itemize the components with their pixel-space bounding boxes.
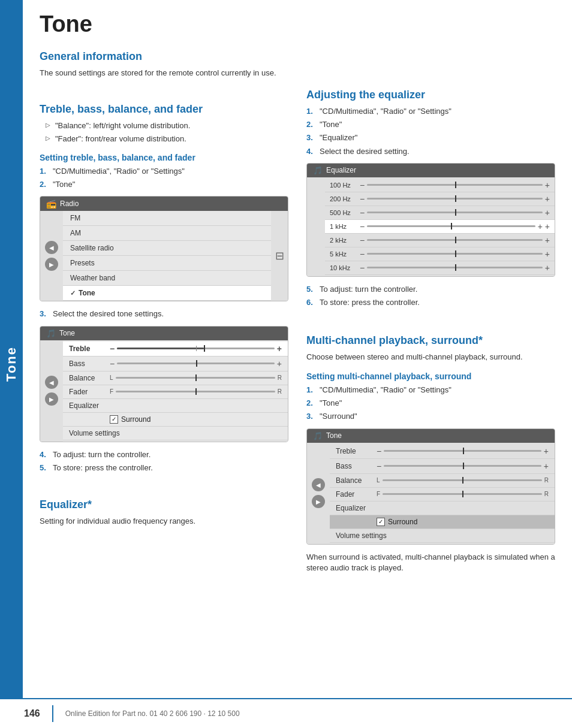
- tone-balance-row: Balance L R: [63, 371, 288, 385]
- tone-steps-continued: 3. Select the desired tone settings.: [40, 309, 288, 319]
- surround-nav-left-btn[interactable]: ◀: [312, 478, 325, 491]
- tone-treble-row: Treble − +: [63, 342, 288, 357]
- eq-200hz: 200 Hz − +: [325, 192, 555, 206]
- tone-last-steps: 4. To adjust: turn the controller. 5. To…: [40, 449, 288, 473]
- footer-page-number: 146: [24, 708, 40, 719]
- eq-10khz: 10 kHz − +: [325, 261, 555, 275]
- tone-screen: 🎵 Tone ◀ ▶ Treble −: [40, 326, 288, 442]
- bullet-fader: "Fader": front/rear volume distribution.: [46, 134, 288, 144]
- radio-menu: FM AM Satellite radio Presets Weather ba…: [63, 211, 271, 301]
- adj-step-3: 3. "Equalizer": [306, 132, 555, 143]
- tone-fader-label: Fader: [69, 388, 110, 396]
- menu-presets: Presets: [63, 256, 271, 271]
- surround-screen-header: 🎵 Tone: [307, 429, 555, 443]
- tone-equalizer-label: Equalizer: [69, 401, 110, 410]
- tone-equalizer-row: Equalizer: [63, 399, 288, 413]
- setting-treble-steps: 1. "CD/Multimedia", "Radio" or "Settings…: [40, 166, 288, 190]
- adj-eq-steps-cont: 5. To adjust: turn the controller. 6. To…: [306, 284, 555, 308]
- right-column: Adjusting the equalizer 1. "CD/Multimedi…: [306, 12, 555, 716]
- menu-fm: FM: [63, 211, 271, 226]
- tone-bass-row: Bass − +: [63, 357, 288, 371]
- eq-1khz: 1 kHz − + +: [325, 220, 555, 234]
- when-surround-text: When surround is activated, multi-channe…: [306, 552, 555, 575]
- surround-text: Surround: [121, 415, 150, 424]
- radio-screen-header: 📻 Radio: [40, 197, 288, 211]
- mc-step-2: 2. "Tone": [306, 398, 555, 409]
- mc-step-1: 1. "CD/Multimedia", "Radio" or "Settings…: [306, 385, 555, 395]
- surround-tone-menu: Treble − + Bass: [330, 443, 555, 544]
- eq-1khz-extra: +: [545, 222, 550, 231]
- s-fader-row: Fader F R: [330, 488, 555, 502]
- tone-step-4: 4. To adjust: turn the controller.: [40, 449, 288, 460]
- eq-100hz: 100 Hz − +: [325, 179, 555, 192]
- menu-weather: Weather band: [63, 271, 271, 286]
- tone-bass-slider: − +: [110, 359, 282, 368]
- nav-left-btn[interactable]: ◀: [45, 241, 58, 254]
- radio-screen-title: Radio: [60, 200, 79, 208]
- equalizer-heading: Equalizer*: [40, 499, 288, 511]
- tone-volume-label: Volume settings: [69, 429, 282, 437]
- side-tab-label: Tone: [4, 346, 19, 382]
- s-surround-row: ✓ Surround: [330, 515, 555, 529]
- page-container: Tone Tone General information The sound …: [0, 0, 572, 728]
- eq-screen-icon: 🎵: [313, 166, 323, 175]
- left-column: Tone General information The sound setti…: [40, 12, 288, 716]
- scroll-icon: ⊟: [275, 249, 284, 262]
- tone-screen-body: ◀ ▶ Treble −: [40, 340, 288, 442]
- mc-steps: 1. "CD/Multimedia", "Radio" or "Settings…: [306, 385, 555, 422]
- main-content: Tone General information The sound setti…: [23, 0, 572, 728]
- eq-500hz: 500 Hz − +: [325, 206, 555, 220]
- eq-screen-body: 100 Hz − + 200 Hz: [307, 177, 555, 276]
- radio-screen-right: ⊟: [271, 211, 288, 301]
- tone-bass-label: Bass: [69, 360, 110, 368]
- tone-nav-left-btn[interactable]: ◀: [45, 376, 58, 389]
- eq-screen-header: 🎵 Equalizer: [307, 164, 555, 177]
- footer-edition-text: Online Edition for Part no. 01 40 2 606 …: [65, 709, 240, 718]
- equalizer-text: Setting for individual audio frequency r…: [40, 516, 288, 527]
- surround-screen-icon: 🎵: [313, 431, 323, 440]
- adj-eq-steps: 1. "CD/Multimedia", "Radio" or "Settings…: [306, 106, 555, 157]
- adj-step-6: 6. To store: press the controller.: [306, 297, 555, 308]
- nav-right-btn[interactable]: ▶: [45, 258, 58, 271]
- treble-step-1: 1. "CD/Multimedia", "Radio" or "Settings…: [40, 166, 288, 177]
- page-footer: 146 Online Edition for Part no. 01 40 2 …: [0, 698, 572, 728]
- setting-mc-heading: Setting multi-channel playback, surround: [306, 371, 555, 381]
- s-surround-check: ✓: [377, 518, 385, 526]
- adj-step-5: 5. To adjust: turn the controller.: [306, 284, 555, 295]
- menu-tone: Tone: [63, 286, 271, 301]
- eq-screen-title: Equalizer: [326, 166, 356, 174]
- tone-volume-row: Volume settings: [63, 427, 288, 440]
- surround-screen-title: Tone: [326, 431, 342, 440]
- tone-fader-slider: F R: [110, 388, 282, 395]
- radio-screen: 📻 Radio ◀ ▶ FM AM Satellite radio Preset…: [40, 196, 288, 301]
- setting-treble-heading: Setting treble, bass, balance, and fader: [40, 153, 288, 162]
- page-title: Tone: [40, 12, 288, 37]
- tone-fader-row: Fader F R: [63, 385, 288, 399]
- menu-am: AM: [63, 226, 271, 241]
- surround-nav-right-btn[interactable]: ▶: [312, 495, 325, 508]
- s-volume-row: Volume settings: [330, 529, 555, 543]
- tone-balance-slider: L R: [110, 374, 282, 381]
- tone-nav-right-btn[interactable]: ▶: [45, 392, 58, 406]
- mc-step-3: 3. "Surround": [306, 411, 555, 422]
- treble-bass-bullets: "Balance": left/right volume distributio…: [46, 120, 288, 144]
- eq-5khz: 5 kHz − +: [325, 247, 555, 261]
- multichannel-text: Choose between stereo and multi-channel …: [306, 352, 555, 363]
- eq-screen: 🎵 Equalizer 100 Hz −: [306, 163, 555, 277]
- tone-screen-header: 🎵 Tone: [40, 327, 288, 340]
- tone-screen-title: Tone: [59, 329, 75, 337]
- radio-screen-body: ◀ ▶ FM AM Satellite radio Presets Weathe…: [40, 211, 288, 301]
- bullet-balance: "Balance": left/right volume distributio…: [46, 120, 288, 131]
- eq-nav-left: [307, 177, 325, 276]
- tone-nav-left: ◀ ▶: [40, 340, 63, 442]
- radio-nav-left: ◀ ▶: [40, 211, 63, 301]
- tone-surround-row: ✓ Surround: [63, 413, 288, 427]
- tone-menu: Treble − +: [63, 340, 288, 442]
- treble-bass-heading: Treble, bass, balance, and fader: [40, 103, 288, 116]
- s-balance-row: Balance L R: [330, 474, 555, 488]
- surround-screen-body: ◀ ▶ Treble − +: [307, 443, 555, 544]
- side-tab: Tone: [0, 0, 23, 728]
- tone-step-3: 3. Select the desired tone settings.: [40, 309, 288, 319]
- eq-2khz: 2 kHz − +: [325, 234, 555, 247]
- radio-icon: 📻: [46, 199, 56, 209]
